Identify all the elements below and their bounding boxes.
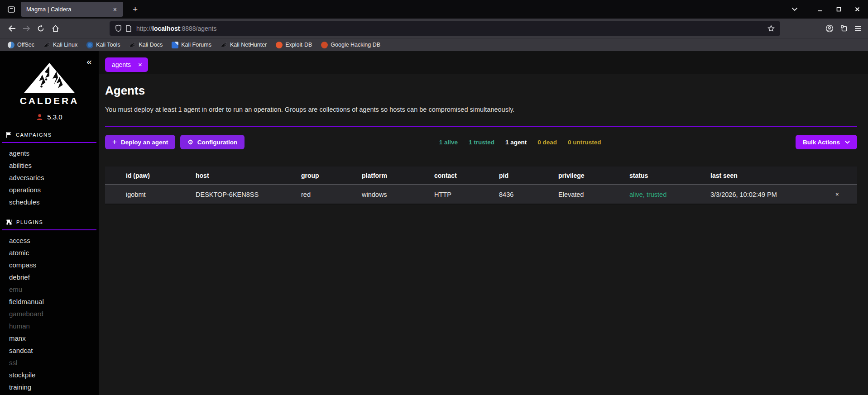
- bookmark-label: Google Hacking DB: [331, 42, 380, 48]
- bookmark-kali-forums[interactable]: Kali Forums: [168, 40, 216, 50]
- url-text[interactable]: http://localhost:8888/agents: [136, 25, 767, 32]
- bookmark-label: OffSec: [17, 42, 34, 48]
- sidebar-item-emu: emu: [0, 283, 99, 295]
- col-contact: contact: [434, 167, 499, 185]
- sidebar-collapse-icon[interactable]: «: [86, 57, 92, 66]
- shield-icon[interactable]: [115, 24, 122, 32]
- firefox-view-icon[interactable]: [5, 3, 18, 16]
- bookmark-label: Exploit-DB: [285, 42, 312, 48]
- offsec-favicon: [8, 42, 14, 48]
- remove-agent-icon[interactable]: ×: [835, 185, 857, 204]
- google-hacking-db-favicon: [321, 42, 328, 48]
- new-tab-button[interactable]: +: [129, 4, 142, 15]
- sidebar-item-compass[interactable]: compass: [0, 259, 99, 271]
- kali-forums-favicon: [172, 42, 178, 48]
- caldera-app: « CALDERA 5.3.0 CAMPAIGNS: [0, 51, 868, 395]
- account-icon[interactable]: [825, 24, 834, 33]
- bookmark-label: Kali Docs: [139, 42, 163, 48]
- col-platform: platform: [362, 167, 434, 185]
- browser-navbar: http://localhost:8888/agents: [0, 19, 868, 38]
- deploy-agent-button[interactable]: + Deploy an agent: [105, 135, 175, 149]
- window-close-button[interactable]: [855, 7, 860, 12]
- sidebar-item-fieldmanual[interactable]: fieldmanual: [0, 295, 99, 308]
- bookmark-kali-docs[interactable]: Kali Docs: [125, 40, 167, 50]
- bookmark-star-icon[interactable]: [767, 25, 775, 32]
- sidebar-item-schedules[interactable]: schedules: [0, 196, 99, 208]
- cell-status: alive, trusted: [629, 185, 710, 204]
- open-tab-agents[interactable]: agents ×: [105, 57, 148, 72]
- count-dead: 0 dead: [537, 139, 557, 146]
- cell-contact: HTTP: [434, 185, 499, 204]
- content-divider: [105, 126, 857, 127]
- bookmark-offsec[interactable]: OffSec: [4, 40, 38, 50]
- version-number: 5.3.0: [47, 113, 62, 121]
- col-actions: [835, 167, 857, 185]
- window-maximize-button[interactable]: [836, 7, 841, 12]
- bookmark-exploit-db[interactable]: Exploit-DB: [272, 40, 316, 50]
- sidebar-item-access[interactable]: access: [0, 234, 99, 247]
- menu-hamburger-icon[interactable]: [854, 25, 862, 32]
- configuration-button[interactable]: ⚙ Configuration: [180, 135, 245, 149]
- extensions-icon[interactable]: [840, 24, 848, 33]
- bookmarks-bar: OffSec Kali Linux Kali Tools Kali Docs K…: [0, 38, 868, 51]
- home-icon[interactable]: [48, 22, 62, 35]
- campaigns-label: CAMPAIGNS: [16, 132, 52, 138]
- tab-close-icon[interactable]: ×: [110, 5, 120, 14]
- agent-row[interactable]: igobmt DESKTOP-6KEN8SS red windows HTTP …: [105, 185, 857, 204]
- version-row: 5.3.0: [0, 113, 99, 121]
- col-status: status: [629, 167, 710, 185]
- sidebar-item-stockpile[interactable]: stockpile: [0, 369, 99, 381]
- user-icon: [36, 114, 43, 120]
- campaigns-divider: [2, 142, 96, 143]
- bulk-actions-label: Bulk Actions: [803, 139, 840, 146]
- sidebar-item-atomic[interactable]: atomic: [0, 247, 99, 259]
- bookmark-label: Kali Tools: [96, 42, 120, 48]
- table-header-row: id (paw) host group platform contact pid…: [105, 167, 857, 185]
- caldera-wordmark: CALDERA: [13, 95, 86, 106]
- agents-table: id (paw) host group platform contact pid…: [105, 167, 857, 205]
- url-scheme: http://: [136, 25, 152, 32]
- sidebar-item-training[interactable]: training: [0, 381, 99, 393]
- bookmark-label: Kali NetHunter: [230, 42, 267, 48]
- sidebar-item-debrief[interactable]: debrief: [0, 271, 99, 283]
- agents-toolbar: + Deploy an agent ⚙ Configuration 1 aliv…: [105, 135, 857, 149]
- page-title: Agents: [105, 84, 857, 98]
- open-tab-close-icon[interactable]: ×: [138, 61, 142, 68]
- forward-icon[interactable]: [19, 22, 34, 35]
- sidebar-item-abilities[interactable]: abilities: [0, 159, 99, 171]
- cell-paw[interactable]: igobmt: [105, 185, 196, 204]
- agent-status-counts: 1 alive 1 trusted 1 agent 0 dead 0 untru…: [245, 139, 796, 146]
- bookmark-google-hacking-db[interactable]: Google Hacking DB: [317, 40, 384, 50]
- col-host: host: [196, 167, 301, 185]
- list-tabs-chevron-icon[interactable]: [791, 7, 798, 11]
- sidebar: « CALDERA 5.3.0 CAMPAIGNS: [0, 51, 99, 395]
- sidebar-item-operations[interactable]: operations: [0, 184, 99, 196]
- bookmark-kali-tools[interactable]: Kali Tools: [82, 40, 124, 50]
- sidebar-item-agents[interactable]: agents: [0, 147, 99, 159]
- back-icon[interactable]: [5, 22, 19, 35]
- flag-icon: [6, 132, 12, 138]
- page-content: Agents You must deploy at least 1 agent …: [99, 74, 868, 395]
- browser-tab[interactable]: Magma | Caldera ×: [21, 2, 123, 17]
- cell-platform: windows: [362, 185, 434, 204]
- page-info-icon[interactable]: [125, 25, 132, 32]
- browser-titlebar: Magma | Caldera × +: [0, 0, 868, 19]
- col-last-seen: last seen: [710, 167, 835, 185]
- bulk-actions-button[interactable]: Bulk Actions: [796, 135, 857, 149]
- bookmark-kali-nethunter[interactable]: Kali NetHunter: [216, 40, 271, 50]
- reload-icon[interactable]: [34, 22, 48, 35]
- exploit-db-favicon: [276, 42, 283, 48]
- kali-dragon-favicon: [129, 42, 136, 48]
- bookmark-kali-linux[interactable]: Kali Linux: [39, 40, 82, 50]
- col-group: group: [301, 167, 362, 185]
- sidebar-item-adversaries[interactable]: adversaries: [0, 171, 99, 184]
- sidebar-item-manx[interactable]: manx: [0, 332, 99, 344]
- bookmark-label: Kali Linux: [53, 42, 77, 48]
- sidebar-item-sandcat[interactable]: sandcat: [0, 344, 99, 357]
- sidebar-item-human: human: [0, 320, 99, 332]
- col-pid: pid: [499, 167, 558, 185]
- kali-dragon-favicon: [43, 42, 50, 48]
- kali-dragon-favicon: [221, 42, 227, 48]
- url-bar[interactable]: http://localhost:8888/agents: [110, 21, 780, 36]
- window-minimize-button[interactable]: [818, 7, 823, 12]
